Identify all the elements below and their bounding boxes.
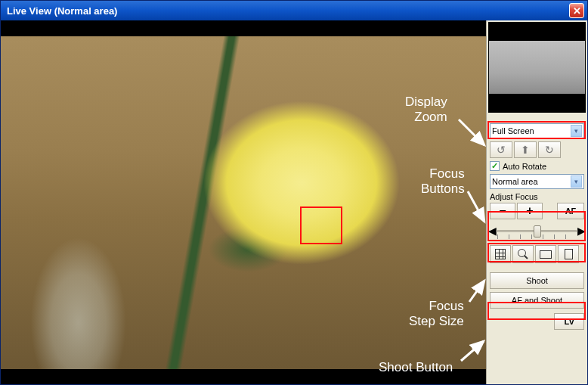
focus-region-box[interactable] [300, 206, 342, 244]
af-and-shoot-button[interactable]: AF and Shoot [490, 292, 584, 309]
adjust-focus-label: Adjust Focus [487, 191, 587, 201]
area-select[interactable]: Normal area ▾ [490, 174, 584, 189]
rotate-buttons-row: ↺ ⬆ ↻ [487, 140, 587, 160]
chevron-down-icon: ▾ [571, 125, 582, 137]
focus-minus-button[interactable]: − [490, 203, 515, 219]
rotate-cw-button[interactable]: ↻ [538, 141, 561, 158]
af-button[interactable]: AF [557, 203, 584, 219]
shoot-button[interactable]: Shoot [490, 272, 584, 289]
rotate-ccw-icon: ↺ [497, 144, 506, 156]
portrait-rect-icon [565, 249, 573, 259]
display-zoom-select[interactable]: Full Screen ▾ [490, 123, 584, 138]
area-select-row: Normal area ▾ [487, 172, 587, 191]
rotate-ccw-button[interactable]: ↺ [490, 141, 512, 158]
magnifier-icon [518, 249, 528, 259]
slider-left-arrow-icon[interactable]: ◀ [488, 225, 497, 237]
chevron-down-icon: ▾ [571, 175, 582, 188]
controls-sidebar: Full Screen ▾ ↺ ⬆ ↻ ✓ Auto Rotate Normal… [486, 20, 587, 384]
lv-button[interactable]: Lv [554, 313, 584, 330]
grid-icon [495, 249, 506, 259]
auto-rotate-label: Auto Rotate [503, 162, 546, 171]
titlebar: Live View (Normal area) ✕ [1, 1, 587, 20]
slider-right-arrow-icon[interactable]: ▶ [577, 225, 586, 237]
arrow-up-icon: ⬆ [521, 144, 530, 156]
window-title: Live View (Normal area) [7, 5, 117, 17]
focus-step-slider-wrap: ◀ ▶ [487, 221, 587, 242]
thumbnail-image [489, 41, 585, 94]
lv-row: Lv [487, 310, 587, 333]
rotate-cw-icon: ↻ [545, 144, 554, 156]
display-zoom-value: Full Screen [492, 126, 534, 135]
auto-rotate-row: ✓ Auto Rotate [487, 160, 587, 172]
live-view-window: Live View (Normal area) ✕ Display Zoom F… [0, 0, 588, 385]
zoom-select-row: Full Screen ▾ [487, 122, 587, 140]
portrait-frame-button[interactable] [558, 245, 579, 263]
close-icon: ✕ [573, 5, 581, 17]
live-preview-area: Display Zoom Focus Buttons Focus Step Si… [1, 20, 486, 384]
rotate-up-button[interactable]: ⬆ [514, 141, 537, 158]
focus-plus-button[interactable]: + [517, 203, 543, 219]
preview-image [1, 36, 486, 369]
focus-adjust-row: − + AF [487, 201, 587, 221]
close-button[interactable]: ✕ [569, 3, 584, 18]
grid-overlay-button[interactable] [490, 245, 511, 263]
focus-step-slider[interactable]: ◀ ▶ [490, 224, 584, 241]
auto-rotate-checkbox[interactable]: ✓ [490, 161, 500, 171]
area-select-value: Normal area [492, 177, 538, 186]
thumbnail-preview [488, 22, 586, 113]
zoom-tool-button[interactable] [512, 245, 534, 263]
landscape-frame-button[interactable] [535, 245, 556, 263]
window-body: Display Zoom Focus Buttons Focus Step Si… [1, 20, 587, 384]
overlay-buttons-row [487, 242, 587, 266]
landscape-rect-icon [540, 250, 552, 259]
slider-thumb[interactable] [534, 225, 541, 238]
